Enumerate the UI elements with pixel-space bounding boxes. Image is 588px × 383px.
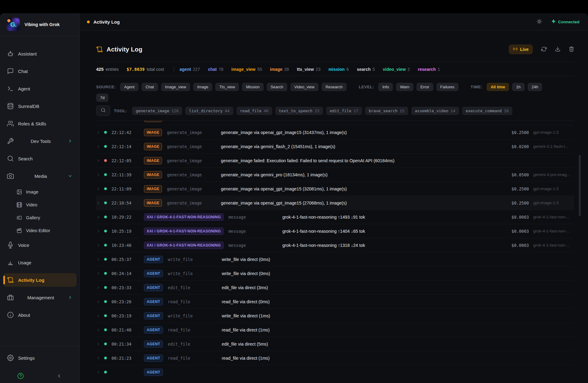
collapse-sidebar-button[interactable] (56, 373, 62, 379)
log-row[interactable]: 00:23:33 AGENT edit_file edit_file via d… (96, 281, 574, 295)
source-filter-agent-chip[interactable]: Agent (120, 83, 138, 91)
download-button[interactable] (555, 46, 560, 53)
level-filter-info-chip[interactable]: Info (378, 83, 393, 91)
download-icon (555, 46, 560, 53)
sidebar-item-roles-skills[interactable]: Roles & Skills (3, 117, 77, 130)
source-filter-tts-view-chip[interactable]: Tts_view (215, 83, 239, 91)
source-counter-image: image 28 (270, 67, 289, 72)
sidebar-item-chat[interactable]: Chat (3, 64, 77, 78)
log-row[interactable]: 22:12:05 IMAGE generate_image generate_i… (96, 154, 574, 168)
log-table-viewport: IMAGE 22:12:42 IMAGE generate_image gene… (96, 120, 574, 378)
refresh-button[interactable] (541, 46, 547, 53)
sidebar-item-activity-log[interactable]: Activity Log (3, 273, 77, 287)
theme-toggle-button[interactable] (537, 19, 542, 25)
sidebar-item-surrealdb[interactable]: SurrealDB (3, 99, 77, 113)
tool-filter-generate-image-chip[interactable]: generate_image126 (132, 107, 182, 115)
source-filter-mission-chip[interactable]: Mission (242, 83, 263, 91)
log-row[interactable]: 00:23:19 AGENT write_file write_file via… (96, 309, 574, 323)
level-filter-error-chip[interactable]: Error (417, 83, 433, 91)
total-cost-label: total cost (147, 67, 164, 72)
tool-filter-assemble-video-chip[interactable]: assemble_video14 (411, 107, 459, 115)
sidebar-item-search[interactable]: Search (3, 152, 77, 165)
search-icon (101, 108, 106, 114)
log-row[interactable]: 00:21:34 AGENT edit_file edit_file via d… (96, 337, 574, 351)
level-filter-warn-chip[interactable]: Warn (396, 83, 413, 91)
source-badge: AGENT (144, 284, 163, 291)
sidebar-item-video[interactable]: Video (3, 200, 77, 210)
sidebar-item-usage[interactable]: Usage (3, 256, 77, 269)
scrollbar-thumb[interactable] (579, 155, 581, 216)
source-filter-video-view-chip[interactable]: Video_view (290, 83, 318, 91)
time-filter-24h-chip[interactable]: 24h (528, 83, 542, 91)
source-filter-image-chip[interactable]: Image (193, 83, 212, 91)
search-input[interactable] (96, 105, 110, 116)
log-row[interactable]: 00:23:26 AGENT read_file read_file via d… (96, 295, 574, 309)
chevron-right-icon (68, 139, 73, 144)
log-row[interactable]: 22:11:09 IMAGE generate_image generate_i… (96, 182, 574, 196)
log-row[interactable]: 00:21:23 AGENT read_file read_file via d… (96, 351, 574, 365)
help-circle-icon (17, 373, 24, 379)
time-filter-all-time-chip[interactable]: All time (487, 83, 509, 91)
action-buttons (541, 46, 574, 53)
tool-filter-read-file-chip[interactable]: read_file40 (236, 107, 272, 115)
source-badge: AGENT (144, 354, 163, 362)
log-message: write_file via direct (0ms) (222, 271, 509, 276)
source-filter-research-chip[interactable]: Research (322, 83, 347, 91)
live-toggle-button[interactable]: Live (509, 44, 533, 54)
sidebar-item-dev-tools[interactable]: Dev Tools (3, 134, 77, 148)
sidebar-item-management[interactable]: Management (3, 291, 77, 304)
log-row[interactable]: 22:12:14 IMAGE generate_image generate_i… (96, 140, 574, 154)
time-filter-1h-chip[interactable]: 1h (512, 83, 524, 91)
sidebar-footer: Settings (0, 346, 80, 383)
tool-filter-edit-file-chip[interactable]: edit_file17 (326, 107, 362, 115)
source-counter-agent: agent 227 (179, 67, 200, 72)
tool-filter-execute-command-chip[interactable]: execute_command10 (462, 107, 512, 115)
log-row[interactable]: 10:23:46 XAI / GROK-4-1-FAST-NON-REASONI… (96, 238, 574, 252)
log-row[interactable]: 00:25:37 AGENT write_file write_file via… (96, 252, 574, 266)
sidebar-item-agent[interactable]: Agent (3, 82, 77, 95)
log-row[interactable]: 00:24:14 AGENT write_file write_file via… (96, 266, 574, 281)
log-row[interactable]: 22:12:42 IMAGE generate_image generate_i… (96, 125, 574, 140)
status-dot-icon (87, 21, 90, 23)
log-message: read_file via direct (0ms) (222, 299, 509, 304)
sidebar-item-image[interactable]: Image (3, 187, 77, 197)
expand-chevron-icon (96, 120, 100, 121)
tool-filter-label: TOOL: (114, 109, 127, 113)
topbar-actions: Connected (537, 19, 579, 25)
log-timestamp: 00:21:34 (111, 342, 137, 347)
total-cost-stat: $7.8639 total cost (126, 67, 164, 72)
log-cost: $0.2500 (509, 201, 529, 205)
delete-button[interactable] (569, 46, 574, 53)
log-row[interactable]: AGENT (96, 365, 574, 378)
time-filter-chips: All time1h24h (487, 83, 542, 91)
help-button[interactable] (17, 373, 24, 379)
sidebar-item-assistant[interactable]: Assistant (3, 47, 77, 60)
tool-filter-list-directory-chip[interactable]: list_directory44 (185, 107, 233, 115)
sidebar-item-video-editor[interactable]: Video Editor (3, 225, 77, 236)
log-row[interactable]: 10:29:22 XAI / GROK-4-1-FAST-NON-REASONI… (96, 210, 574, 224)
log-row[interactable]: IMAGE (96, 120, 574, 125)
level-filter-failures-chip[interactable]: Failures (436, 83, 458, 91)
sidebar-item-media[interactable]: Media (3, 169, 77, 183)
tool-filter-brave-search-chip[interactable]: brave_search15 (365, 107, 408, 115)
search-icon (7, 155, 14, 162)
log-row[interactable]: 22:10:54 IMAGE generate_image generate_i… (96, 196, 574, 210)
time-filter-7d-chip[interactable]: 7d (96, 94, 108, 102)
sidebar-item-gallery[interactable]: Gallery (3, 213, 77, 223)
filter-row-primary: SOURCE: AgentChatImage_viewImageTts_view… (96, 83, 574, 91)
log-row[interactable]: 22:11:39 IMAGE generate_image generate_i… (96, 168, 574, 182)
tool-filter-text-to-speech-chip[interactable]: text_to_speech23 (275, 107, 323, 115)
source-filter-chat-chip[interactable]: Chat (141, 83, 158, 91)
sidebar-item-settings[interactable]: Settings (3, 351, 77, 365)
log-message: edit_file via direct (3ms) (222, 285, 509, 290)
source-badge: IMAGE (144, 157, 162, 164)
sidebar-item-voice[interactable]: Voice (3, 238, 77, 252)
source-filter-search-chip[interactable]: Search (267, 83, 287, 91)
log-row[interactable]: 00:21:40 AGENT read_file read_file via d… (96, 323, 574, 337)
source-badge: IMAGE (144, 199, 162, 207)
source-filter-image-view-chip[interactable]: Image_view (161, 83, 190, 91)
log-row[interactable]: 10:25:19 XAI / GROK-4-1-FAST-NON-REASONI… (96, 224, 574, 238)
log-message: grok-4-1-fast-non-reasoning ↑1404 ↓65 to… (282, 229, 509, 234)
clapperboard-icon (17, 228, 22, 233)
sidebar-item-about[interactable]: About (3, 308, 77, 322)
